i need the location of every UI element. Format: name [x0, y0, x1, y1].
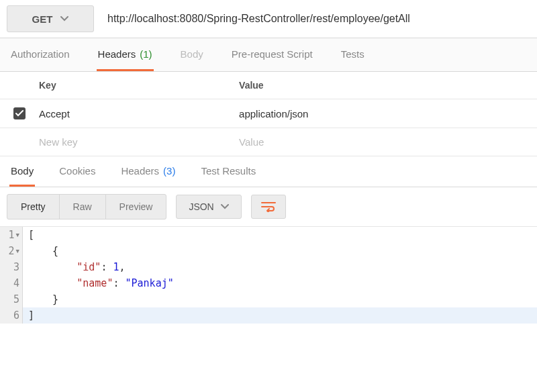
response-tab-tests[interactable]: Test Results — [199, 157, 257, 187]
response-body-viewer[interactable]: 1▼[2▼ {3 "id": 1,4 "name": "Pankaj"5 }6] — [0, 227, 537, 324]
code-content: [ — [23, 227, 537, 243]
response-tabs: Body Cookies Headers (3) Test Results — [0, 156, 537, 187]
wrap-icon — [261, 201, 276, 212]
new-key-input[interactable]: New key — [30, 128, 230, 156]
line-number: 6 — [0, 307, 23, 324]
headers-count-badge: (1) — [140, 48, 152, 60]
code-content: } — [23, 291, 537, 307]
chevron-down-icon — [60, 16, 68, 21]
tab-headers[interactable]: Headers (1) — [97, 39, 154, 71]
code-line: 5 } — [0, 291, 537, 307]
checkmark-icon — [15, 110, 23, 117]
http-method-dropdown[interactable]: GET — [7, 5, 94, 32]
header-key-cell[interactable]: Accept — [30, 99, 230, 128]
line-number: 2▼ — [0, 243, 23, 259]
header-col-checkbox — [0, 72, 30, 99]
response-tab-cookies[interactable]: Cookies — [58, 157, 97, 187]
request-tabs: Authorization Headers (1) Body Pre-reque… — [0, 38, 537, 72]
tab-body[interactable]: Body — [179, 39, 205, 71]
line-number: 4 — [0, 275, 23, 291]
code-line: 1▼[ — [0, 227, 537, 243]
http-method-label: GET — [32, 13, 53, 25]
response-tab-body[interactable]: Body — [9, 157, 35, 187]
line-number: 3 — [0, 259, 23, 275]
header-col-key: Key — [30, 72, 230, 99]
view-mode-segment: Pretty Raw Preview — [7, 194, 166, 219]
code-line: 2▼ { — [0, 243, 537, 259]
tab-prerequest[interactable]: Pre-request Script — [230, 39, 314, 71]
fold-toggle-icon[interactable]: ▼ — [16, 227, 19, 243]
language-dropdown[interactable]: JSON — [176, 195, 241, 219]
request-url-bar: GET — [0, 0, 537, 38]
table-row: Accept application/json — [0, 99, 537, 128]
code-content: { — [23, 243, 537, 259]
code-line: 6] — [0, 307, 537, 324]
table-row-new: New key Value — [0, 128, 537, 156]
response-toolbar: Pretty Raw Preview JSON — [0, 187, 537, 227]
code-content: ] — [23, 307, 537, 324]
code-line: 3 "id": 1, — [0, 259, 537, 275]
tab-tests[interactable]: Tests — [340, 39, 366, 71]
view-pretty-button[interactable]: Pretty — [7, 195, 60, 219]
line-number: 5 — [0, 291, 23, 307]
wrap-lines-button[interactable] — [251, 195, 286, 219]
view-raw-button[interactable]: Raw — [60, 195, 106, 219]
line-number: 1▼ — [0, 227, 23, 243]
code-content: "name": "Pankaj" — [23, 275, 537, 291]
headers-table: Key Value Accept application/json New ke… — [0, 72, 537, 156]
new-value-input[interactable]: Value — [230, 128, 537, 156]
header-col-value: Value — [230, 72, 537, 99]
code-content: "id": 1, — [23, 259, 537, 275]
response-tab-headers[interactable]: Headers (3) — [119, 157, 177, 187]
header-row-checkbox[interactable] — [13, 107, 26, 119]
code-line: 4 "name": "Pankaj" — [0, 275, 537, 291]
fold-toggle-icon[interactable]: ▼ — [16, 243, 19, 259]
header-value-cell[interactable]: application/json — [230, 99, 537, 128]
view-preview-button[interactable]: Preview — [106, 195, 166, 219]
url-input[interactable] — [101, 5, 532, 32]
tab-authorization[interactable]: Authorization — [9, 39, 71, 71]
chevron-down-icon — [221, 204, 229, 209]
response-headers-count-badge: (3) — [163, 165, 175, 177]
